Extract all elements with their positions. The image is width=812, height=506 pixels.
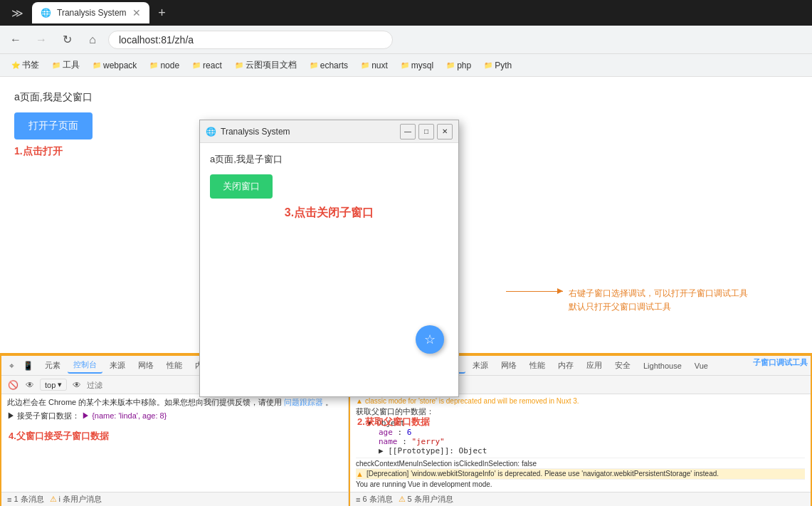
expand-prototype[interactable]: ▶ bbox=[379, 446, 384, 455]
bookmark-label: webpack bbox=[103, 60, 137, 70]
dt-left-tab-performance[interactable]: 性能 bbox=[161, 358, 188, 373]
clear-console-icon[interactable]: 🚫 bbox=[6, 378, 20, 392]
tab-favicon-icon: 🌐 bbox=[41, 8, 51, 18]
dt-right-tab-vue[interactable]: Vue bbox=[689, 359, 714, 372]
bookmark-item-xingji[interactable]: ⭐ 书签 bbox=[6, 58, 45, 73]
console-filter-input-right[interactable] bbox=[436, 381, 806, 389]
star-fab-button[interactable]: ☆ bbox=[416, 325, 444, 354]
back-button[interactable]: ← bbox=[6, 30, 26, 50]
messages-status: ≡ 1 条消息 bbox=[7, 494, 44, 505]
step3-label: 3.点击关闭子窗口 bbox=[210, 206, 448, 221]
tab-close-button[interactable]: ✕ bbox=[132, 7, 141, 19]
child-window-content: a页面,我是子窗口 关闭窗口 3.点击关闭子窗口 bbox=[200, 143, 458, 231]
address-bar[interactable] bbox=[108, 31, 393, 49]
messages-count: 1 条消息 bbox=[14, 494, 43, 505]
messages-count-right: 6 条消息 bbox=[362, 494, 392, 505]
log-label: 接受子窗口数据： bbox=[17, 411, 80, 420]
value-name: "jerry" bbox=[411, 437, 444, 446]
close-window-button[interactable]: 关闭窗口 bbox=[210, 174, 273, 199]
devtools-left-icons: ⌖ 📱 bbox=[4, 359, 35, 373]
child-window-close-button[interactable]: ✕ bbox=[437, 124, 453, 139]
child-window-maximize-button[interactable]: □ bbox=[418, 124, 434, 139]
bookmark-label: 工具 bbox=[63, 59, 80, 71]
folder-icon: 📁 bbox=[310, 61, 318, 69]
bookmark-item-mysql[interactable]: 📁 mysql bbox=[395, 59, 439, 72]
colon-name: : bbox=[402, 437, 411, 446]
top-context-dropdown-icon: ▾ bbox=[58, 380, 62, 389]
folder-icon: 📁 bbox=[93, 61, 101, 69]
messages-icon: ≡ bbox=[7, 495, 11, 504]
child-window-title: Tranalysis System bbox=[221, 127, 396, 137]
log-data: ▶ {name: 'linda', age: 8} bbox=[82, 411, 167, 420]
deprecation-classic-mode: ▲ classic mode for 'store' is deprecated… bbox=[356, 397, 805, 405]
dt-right-tab-lighthouse[interactable]: Lighthouse bbox=[638, 359, 687, 372]
object-data-container: ▼ Object age : 6 name : "jerry" bbox=[367, 418, 805, 455]
dt-left-tab-sources[interactable]: 来源 bbox=[104, 358, 131, 373]
forward-button[interactable]: → bbox=[31, 30, 51, 50]
parent-page-label: a页面,我是父窗口 bbox=[14, 91, 798, 104]
dt-right-tab-application[interactable]: 应用 bbox=[581, 358, 608, 373]
get-data-label: 获取父窗口的中数据： bbox=[356, 407, 434, 416]
watch-icon[interactable]: 👁 bbox=[70, 378, 84, 392]
folder-icon: 📁 bbox=[361, 61, 369, 69]
dt-right-tab-memory[interactable]: 内存 bbox=[552, 358, 579, 373]
tab-bar: ≫ 🌐 Tranalysis System ✕ + bbox=[0, 0, 812, 26]
dt-right-tab-sources[interactable]: 来源 bbox=[467, 358, 494, 373]
open-child-button[interactable]: 打开子页面 bbox=[14, 112, 93, 139]
top-context-selector[interactable]: top ▾ bbox=[40, 379, 67, 391]
active-tab[interactable]: 🌐 Tranalysis System ✕ bbox=[32, 2, 149, 23]
field-age: age : 6 bbox=[379, 428, 805, 437]
bookmark-item-echarts[interactable]: 📁 echarts bbox=[304, 59, 354, 72]
deprecation-text: classic mode for 'store' is deprecated a… bbox=[365, 397, 579, 405]
user-messages-count-right: 5 条用户消息 bbox=[408, 494, 453, 505]
dt-right-tab-performance[interactable]: 性能 bbox=[524, 358, 551, 373]
warning-period: 。 bbox=[325, 398, 333, 406]
warn-icon: ⚠ bbox=[50, 495, 57, 504]
bookmark-item-yunmap[interactable]: 📁 云图项目文档 bbox=[229, 58, 302, 73]
device-icon[interactable]: 📱 bbox=[21, 359, 35, 373]
folder-icon: 📁 bbox=[401, 61, 409, 69]
messages-icon-right: ≡ bbox=[356, 495, 360, 504]
log-text-check: checkContextMenuInSelection isClickedInS… bbox=[356, 460, 537, 468]
dt-right-tab-network[interactable]: 网络 bbox=[495, 358, 522, 373]
child-page-label: a页面,我是子窗口 bbox=[210, 153, 448, 166]
dt-right-tab-security[interactable]: 安全 bbox=[609, 358, 636, 373]
bookmark-item-php[interactable]: 📁 php bbox=[441, 59, 477, 72]
dt-left-tab-network[interactable]: 网络 bbox=[132, 358, 159, 373]
log-entry-vue-dev: You are running Vue in development mode. bbox=[356, 479, 805, 489]
annotation-container: 右键子窗口选择调试，可以打开子窗口调试工具 默认只打开父窗口调试工具 bbox=[506, 287, 748, 314]
toggle-console-icon[interactable]: 👁 bbox=[23, 378, 37, 392]
bookmark-label: react bbox=[203, 60, 222, 70]
bookmark-label: 云图项目文档 bbox=[246, 59, 297, 71]
step4-label: 4.父窗口接受子窗口数据 bbox=[9, 430, 109, 443]
warning-link[interactable]: 问题跟踪器 bbox=[284, 398, 323, 406]
devtools-left-status: ≡ 1 条消息 ⚠ i 条用户消息 bbox=[1, 492, 348, 506]
warn-icon-right: ⚠ bbox=[399, 495, 406, 504]
bookmark-item-webpack[interactable]: 📁 webpack bbox=[87, 59, 142, 72]
dt-left-tab-elements[interactable]: 元素 bbox=[39, 358, 66, 373]
child-window: 🌐 Tranalysis System — □ ✕ a页面,我是子窗口 关闭窗口… bbox=[199, 120, 459, 397]
expand-tabs-button[interactable]: ≫ bbox=[6, 4, 29, 23]
bookmark-item-tools[interactable]: 📁 工具 bbox=[46, 58, 85, 73]
bookmark-label: mysql bbox=[411, 60, 433, 70]
bookmark-item-node[interactable]: 📁 node bbox=[144, 59, 185, 72]
bookmark-item-pyth[interactable]: 📁 Pyth bbox=[478, 59, 517, 72]
new-tab-button[interactable]: + bbox=[152, 3, 172, 23]
bookmark-label: nuxt bbox=[371, 60, 388, 70]
cursor-icon[interactable]: ⌖ bbox=[4, 359, 19, 373]
warn-icon-webkit: ▲ bbox=[356, 470, 364, 478]
warn-triangle-icon: ▲ bbox=[356, 397, 363, 405]
child-window-minimize-button[interactable]: — bbox=[400, 124, 416, 139]
home-button[interactable]: ⌂ bbox=[83, 30, 102, 50]
bookmark-item-react[interactable]: 📁 react bbox=[186, 59, 228, 72]
log-text-vue: You are running Vue in development mode. bbox=[356, 480, 492, 488]
dt-left-tab-console[interactable]: 控制台 bbox=[68, 357, 102, 374]
user-messages-count: i 条用户消息 bbox=[59, 494, 102, 505]
child-window-favicon-icon: 🌐 bbox=[206, 127, 216, 137]
user-messages-status-right: ⚠ 5 条用户消息 bbox=[399, 494, 453, 505]
reload-button[interactable]: ↻ bbox=[57, 30, 77, 50]
log-entry-receive: ▶ 接受子窗口数据： ▶ {name: 'linda', age: 8} bbox=[7, 411, 342, 421]
folder-icon: 📁 bbox=[192, 61, 201, 69]
devtools-right-status: ≡ 6 条消息 ⚠ 5 条用户消息 bbox=[350, 492, 811, 506]
bookmark-item-nuxt[interactable]: 📁 nuxt bbox=[355, 59, 394, 72]
